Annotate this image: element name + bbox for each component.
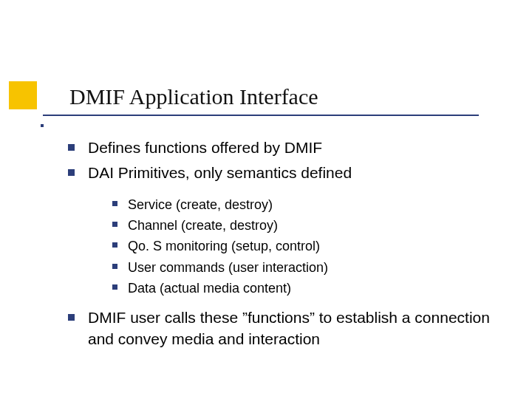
bullet-text: User commands (user interaction) — [128, 259, 504, 276]
bullet-level2: Qo. S monitoring (setup, control) — [112, 237, 504, 255]
bullet-text: Channel (create, destroy) — [128, 216, 504, 234]
slide-title: DMIF Application Interface — [69, 84, 318, 109]
bullet-text: Defines functions offered by DMIF — [88, 137, 504, 158]
bullet-icon — [112, 264, 117, 269]
bullet-level2: Service (create, destroy) — [112, 196, 504, 214]
bullet-text: Qo. S monitoring (setup, control) — [128, 237, 504, 255]
bullet-level2: User commands (user interaction) — [112, 259, 504, 276]
slide-body: Defines functions offered by DMIF DAI Pr… — [68, 137, 504, 354]
bullet-level1: DAI Primitives, only semantics defined — [68, 163, 504, 183]
bullet-icon — [68, 314, 75, 321]
bullet-icon — [112, 201, 117, 206]
accent-square — [9, 81, 37, 109]
bullet-icon — [68, 169, 75, 176]
bullet-icon — [68, 144, 75, 151]
bullet-text: Data (actual media content) — [128, 279, 504, 297]
title-underline — [43, 115, 479, 116]
bullet-level2: Data (actual media content) — [112, 279, 504, 297]
bullet-text: DAI Primitives, only semantics defined — [88, 163, 504, 183]
bullet-text: DMIF user calls these ”functions” to est… — [88, 307, 504, 349]
bullet-level2: Channel (create, destroy) — [112, 216, 504, 234]
bullet-icon — [112, 284, 117, 290]
bullet-level1: DMIF user calls these ”functions” to est… — [68, 307, 504, 349]
accent-dot — [41, 124, 44, 127]
bullet-icon — [112, 222, 117, 227]
bullet-icon — [112, 242, 117, 248]
bullet-text: Service (create, destroy) — [128, 196, 504, 214]
bullet-level1: Defines functions offered by DMIF — [68, 137, 504, 158]
